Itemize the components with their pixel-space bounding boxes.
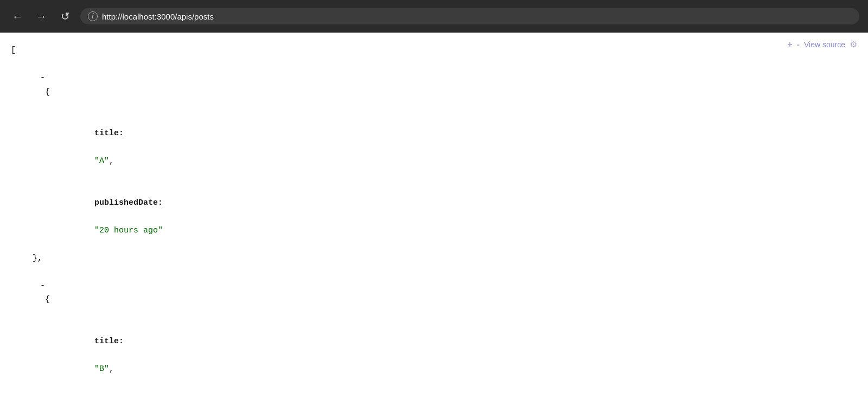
item1-close: }, <box>11 251 857 266</box>
item1-title-value: "A" <box>94 156 109 166</box>
url-input[interactable] <box>102 12 852 21</box>
item2-toggle[interactable]: - <box>40 281 45 291</box>
item1-title-space <box>94 143 99 152</box>
json-toolbar: + - View source ⚙ <box>787 39 857 49</box>
item2-title-space <box>94 350 99 360</box>
item2-header: - { <box>11 265 857 320</box>
address-bar[interactable]: i <box>80 8 859 24</box>
settings-icon[interactable]: ⚙ <box>850 39 857 49</box>
browser-chrome: ← → ↺ i <box>0 0 868 33</box>
item1-published-value: "20 hours ago" <box>94 226 163 235</box>
json-viewer: [ - { title: "A", publishedDate: "20 hou… <box>11 41 857 403</box>
item1-title-line: title: "A", <box>11 113 857 182</box>
open-bracket: [ <box>11 43 857 58</box>
item1-published-line: publishedDate: "20 hours ago" <box>11 182 857 251</box>
item1-open: { <box>40 87 50 97</box>
item2-open: { <box>40 295 50 304</box>
back-button[interactable]: ← <box>9 8 26 25</box>
page-content: + - View source ⚙ [ - { title: "A", publ… <box>0 33 868 403</box>
reload-button[interactable]: ↺ <box>56 8 74 25</box>
zoom-in-button[interactable]: + <box>787 40 792 49</box>
zoom-out-button[interactable]: - <box>797 40 800 49</box>
item1-toggle[interactable]: - <box>40 73 45 83</box>
item2-title-line: title: "B", <box>11 320 857 390</box>
item1-title-comma: , <box>109 156 114 166</box>
item1-published-space <box>94 212 99 221</box>
view-source-link[interactable]: View source <box>804 40 845 49</box>
security-icon: i <box>88 11 98 21</box>
item1-title-key: title: <box>94 129 124 138</box>
item2-title-key: title: <box>94 337 124 346</box>
item2-title-value: "B" <box>94 364 109 374</box>
forward-button[interactable]: → <box>33 8 50 25</box>
item2-title-comma: , <box>109 364 114 374</box>
item1-published-key: publishedDate: <box>94 198 163 207</box>
item2-published-line: publishedDate: "20 hours ago" <box>11 390 857 404</box>
item1-header: - { <box>11 58 857 113</box>
